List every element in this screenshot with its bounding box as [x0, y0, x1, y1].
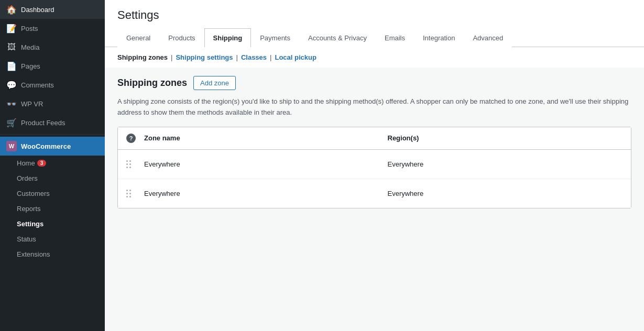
sidebar-item-media[interactable]: 🖼 Media	[0, 38, 105, 57]
drag-dot	[126, 190, 128, 191]
content-area: Shipping zones Add zone A shipping zone …	[105, 68, 644, 331]
drag-handle[interactable]	[126, 160, 136, 168]
drag-dot	[129, 167, 131, 168]
sidebar-item-pages[interactable]: 📄 Pages	[0, 57, 105, 75]
drag-dot-row-2	[126, 193, 136, 194]
drag-dot	[129, 163, 131, 165]
drag-dot-row-1	[126, 190, 136, 191]
zone-name-cell: Everywhere	[144, 190, 379, 197]
sidebar: 🏠 Dashboard 📝 Posts 🖼 Media 📄 Pages 💬 Co…	[0, 0, 105, 331]
sub-menu-reports-label: Reports	[17, 205, 41, 213]
drag-dot	[129, 193, 131, 194]
sub-nav-separator-2: |	[236, 53, 238, 61]
shipping-zones-title: Shipping zones	[117, 78, 187, 89]
sub-nav-local-pickup[interactable]: Local pickup	[275, 53, 316, 61]
sidebar-item-label: Dashboard	[21, 6, 54, 14]
comments-icon: 💬	[6, 80, 17, 90]
drag-dot	[126, 196, 128, 197]
sub-nav-classes[interactable]: Classes	[241, 53, 267, 61]
drag-dot-row-1	[126, 160, 136, 162]
drag-dot-row-3	[126, 167, 136, 168]
sidebar-item-label: Pages	[21, 62, 40, 70]
settings-tabs: General Products Shipping Payments Accou…	[105, 28, 644, 47]
tab-accounts-privacy[interactable]: Accounts & Privacy	[299, 28, 376, 47]
drag-dot-row-2	[126, 163, 136, 165]
media-icon: 🖼	[6, 42, 17, 52]
tab-general[interactable]: General	[117, 28, 159, 47]
sub-menu-extensions-label: Extensions	[17, 250, 50, 258]
help-icon[interactable]: ?	[126, 134, 136, 143]
drag-handle[interactable]	[126, 190, 136, 197]
drag-dot	[126, 193, 128, 194]
tab-payments[interactable]: Payments	[251, 28, 299, 47]
col-zone-name-header: Zone name	[144, 134, 379, 142]
col-regions-header: Region(s)	[388, 134, 623, 142]
sub-menu-settings-label: Settings	[17, 220, 43, 228]
pages-icon: 📄	[6, 61, 17, 71]
sidebar-item-comments[interactable]: 💬 Comments	[0, 75, 105, 94]
sub-menu-item-home[interactable]: Home 3	[0, 156, 105, 171]
add-zone-button[interactable]: Add zone	[193, 76, 236, 90]
sub-nav-shipping-zones[interactable]: Shipping zones	[117, 53, 168, 61]
product-feeds-icon: 🛒	[6, 117, 17, 128]
wp-vr-icon: 👓	[6, 98, 17, 109]
region-cell: Everywhere	[388, 160, 623, 168]
sidebar-item-label: Comments	[21, 81, 54, 89]
table-row[interactable]: Everywhere Everywhere	[118, 150, 631, 179]
sub-menu-customers-label: Customers	[17, 190, 50, 197]
shipping-zones-table: ? Zone name Region(s)	[117, 127, 631, 208]
sub-menu-item-reports[interactable]: Reports	[0, 201, 105, 216]
drag-dot-row-3	[126, 196, 136, 197]
tab-products[interactable]: Products	[159, 28, 204, 47]
sidebar-item-dashboard[interactable]: 🏠 Dashboard	[0, 0, 105, 19]
dashboard-icon: 🏠	[6, 4, 17, 15]
section-header: Shipping zones Add zone	[117, 76, 631, 90]
page-header: Settings	[105, 0, 644, 28]
tab-emails[interactable]: Emails	[376, 28, 414, 47]
shipping-zones-description: A shipping zone consists of the region(s…	[117, 96, 631, 118]
shipping-sub-nav: Shipping zones | Shipping settings | Cla…	[105, 47, 644, 68]
woocommerce-icon: W	[6, 141, 17, 151]
sidebar-woocommerce-header[interactable]: W WooCommerce	[0, 137, 105, 156]
woocommerce-submenu: Home 3 Orders Customers Reports Settings…	[0, 156, 105, 262]
drag-dot	[126, 160, 128, 162]
sidebar-item-label: Media	[21, 43, 39, 51]
sub-menu-orders-label: Orders	[17, 174, 38, 182]
zone-name-cell: Everywhere	[144, 160, 379, 168]
region-cell: Everywhere	[388, 190, 623, 197]
table-row[interactable]: Everywhere Everywhere	[118, 179, 631, 208]
page-title: Settings	[117, 8, 631, 22]
woocommerce-label: WooCommerce	[21, 142, 71, 150]
sidebar-item-posts[interactable]: 📝 Posts	[0, 19, 105, 38]
sidebar-item-wp-vr[interactable]: 👓 WP VR	[0, 94, 105, 113]
sub-menu-home-label: Home	[17, 159, 35, 167]
sidebar-item-label: Product Feeds	[21, 119, 66, 127]
sub-menu-item-extensions[interactable]: Extensions	[0, 247, 105, 262]
drag-dot	[129, 196, 131, 197]
main-content: Settings General Products Shipping Payme…	[105, 0, 644, 331]
sidebar-item-label: Posts	[21, 25, 38, 32]
sidebar-divider	[0, 134, 105, 135]
sub-menu-item-customers[interactable]: Customers	[0, 186, 105, 201]
table-header: ? Zone name Region(s)	[118, 127, 631, 150]
sub-menu-status-label: Status	[17, 235, 36, 243]
sub-nav-shipping-settings[interactable]: Shipping settings	[176, 53, 233, 61]
drag-dot	[126, 163, 128, 165]
drag-dot	[129, 160, 131, 162]
posts-icon: 📝	[6, 23, 17, 34]
sub-menu-item-status[interactable]: Status	[0, 231, 105, 247]
sub-nav-separator-1: |	[171, 53, 172, 61]
home-badge: 3	[37, 160, 47, 167]
tab-shipping[interactable]: Shipping	[204, 28, 252, 47]
sub-menu-item-settings[interactable]: Settings	[0, 216, 105, 231]
sub-menu-item-orders[interactable]: Orders	[0, 171, 105, 186]
sidebar-item-label: WP VR	[21, 100, 43, 108]
sidebar-item-product-feeds[interactable]: 🛒 Product Feeds	[0, 113, 105, 132]
tab-advanced[interactable]: Advanced	[464, 28, 512, 47]
sub-nav-separator-3: |	[270, 53, 271, 61]
drag-dot	[129, 190, 131, 191]
drag-dot	[126, 167, 128, 168]
tab-integration[interactable]: Integration	[414, 28, 464, 47]
